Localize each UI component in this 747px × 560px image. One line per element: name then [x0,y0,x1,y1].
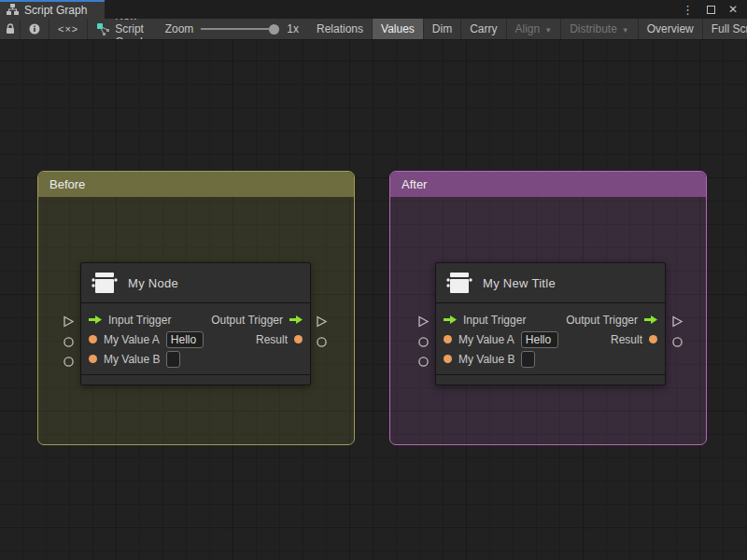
output-trigger-label: Output Trigger [211,314,283,327]
info-button[interactable] [21,19,49,39]
ext-result-port[interactable] [316,335,328,347]
node-row-triggers: Input Trigger Output Trigger [436,310,665,329]
code-view-button[interactable]: <×> [49,19,88,39]
value-a-input[interactable] [166,331,204,348]
window-controls: ⋮ ✕ [682,0,747,19]
toolbar-button-distribute[interactable]: Distribute ▼ [561,19,639,39]
group-after-label: After [402,177,427,191]
chevron-down-icon: ▼ [544,26,552,35]
result-label: Result [256,333,288,346]
unit-icon [91,271,119,295]
tab-title: Script Graph [24,4,87,17]
node-header[interactable]: My New Title [436,263,665,303]
graph-name-label: New Script Graph [115,19,146,40]
toolbar-button-values[interactable]: Values [373,19,424,39]
zoom-label: Zoom [165,22,194,35]
zoom-slider[interactable] [201,24,279,35]
node-body: Input Trigger Output Trigger My Value A [81,303,310,374]
tab-script-graph[interactable]: Script Graph [0,0,105,19]
graph-name-button[interactable]: New Script Graph [88,19,155,39]
script-graph-icon [7,4,19,15]
info-icon [29,23,40,35]
ext-value-b-port[interactable] [63,355,75,367]
value-a-label: My Value A [104,333,160,346]
value-b-label: My Value B [104,353,160,366]
node-my-new-title[interactable]: My New Title Input Trigger Output Trigge… [435,262,666,385]
zoom-control: Zoom 1x [156,19,308,39]
node-title: My New Title [483,276,556,290]
result-port-icon[interactable] [294,335,303,343]
zoom-value: 1x [287,22,299,35]
toolbar-button-dim[interactable]: Dim [424,19,461,39]
output-trigger-port-icon[interactable] [289,315,303,324]
group-after-header[interactable]: After [390,172,706,197]
group-before-header[interactable]: Before [38,172,354,197]
toolbar-button-align[interactable]: Align ▼ [507,19,562,39]
input-trigger-port-icon[interactable] [89,315,102,324]
code-icon: <×> [58,23,78,35]
toolbar-button-carry[interactable]: Carry [461,19,506,39]
node-footer [436,374,665,385]
script-graph-window: Script Graph ⋮ ✕ <×> New Script Graph [0,0,747,560]
node-body: Input Trigger Output Trigger My Value A [436,303,665,374]
ext-result-port[interactable] [671,335,684,347]
ext-input-trigger-port[interactable] [417,315,430,327]
zoom-slider-knob[interactable] [269,24,279,35]
zoom-slider-track [201,28,279,30]
value-b-port-icon[interactable] [89,355,97,363]
node-title: My Node [128,276,178,290]
node-row-value-b: My Value B [81,349,310,369]
active-tab-accent [0,0,105,2]
node-row-value-a: My Value A Result [81,329,310,349]
node-row-value-a: My Value A Result [436,329,665,349]
close-icon[interactable]: ✕ [728,4,738,15]
toolbar-button-fullscreen[interactable]: Full Screen [703,19,747,39]
input-trigger-port-icon[interactable] [444,315,457,324]
lock-button[interactable] [0,19,21,39]
group-before-label: Before [49,177,85,191]
toolbar-button-relations[interactable]: Relations [308,19,373,39]
graph-asset-icon [97,23,109,35]
ext-output-trigger-port[interactable] [316,315,328,327]
value-b-input[interactable] [166,351,180,368]
node-row-value-b: My Value B [436,349,665,369]
graph-canvas[interactable]: Before After My Node [0,40,747,560]
value-a-label: My Value A [458,333,514,346]
input-trigger-label: Input Trigger [463,314,526,327]
unit-icon [445,271,473,295]
value-a-port-icon[interactable] [89,335,97,343]
maximize-icon[interactable] [707,6,715,14]
lock-icon [6,23,15,35]
kebab-menu-icon[interactable]: ⋮ [682,4,694,16]
output-trigger-label: Output Trigger [566,314,638,327]
node-footer [81,374,310,385]
value-b-port-icon[interactable] [444,355,452,363]
chevron-down-icon: ▼ [622,26,629,35]
ext-input-trigger-port[interactable] [63,315,75,327]
tab-bar: Script Graph ⋮ ✕ [0,0,747,19]
value-b-label: My Value B [458,353,514,366]
node-header[interactable]: My Node [81,263,310,303]
output-trigger-port-icon[interactable] [644,315,657,324]
node-row-triggers: Input Trigger Output Trigger [81,310,310,329]
value-b-input[interactable] [521,351,535,368]
ext-output-trigger-port[interactable] [671,315,684,327]
ext-value-b-port[interactable] [417,355,430,367]
ext-value-a-port[interactable] [63,335,75,347]
distribute-label: Distribute [570,22,617,35]
align-label: Align [515,22,541,35]
toolbar: <×> New Script Graph Zoom 1x Relations V… [0,19,747,40]
value-a-input[interactable] [521,331,558,348]
toolbar-button-overview[interactable]: Overview [639,19,703,39]
result-port-icon[interactable] [649,335,657,343]
value-a-port-icon[interactable] [444,335,452,343]
node-my-node[interactable]: My Node Input Trigger Output Trigger [80,262,311,385]
input-trigger-label: Input Trigger [108,314,171,327]
result-label: Result [611,333,642,346]
ext-value-a-port[interactable] [417,335,430,347]
